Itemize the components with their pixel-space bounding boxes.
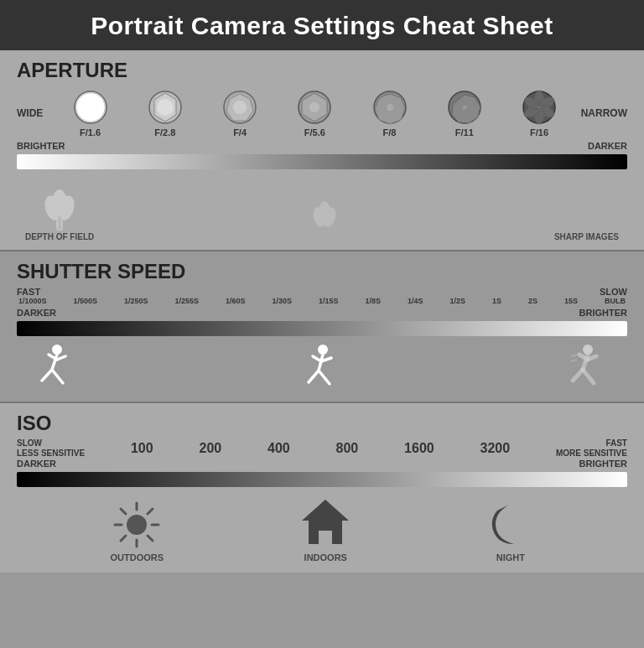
svg-line-60	[121, 509, 126, 514]
svg-point-41	[318, 345, 328, 355]
dof-item-left: DEPTH OF FIELD	[25, 176, 94, 241]
aperture-item-5: F/11	[446, 89, 483, 137]
iso-1600: 1600	[404, 441, 434, 456]
iso-400: 400	[267, 441, 290, 456]
indoors-label: INDOORS	[304, 552, 347, 562]
speed-val-9: 1/2S	[449, 297, 465, 305]
speed-val-11: 2S	[528, 297, 538, 305]
aperture-icons: F/1.6 F/2.8	[49, 89, 581, 137]
shutter-darker-label: DARKER	[17, 308, 56, 318]
svg-rect-31	[584, 214, 588, 229]
svg-line-54	[570, 360, 577, 361]
main-container: Portrait Camera Settings Cheat Sheet APE…	[0, 0, 644, 648]
shutter-bar-labels: DARKER BRIGHTER	[17, 308, 627, 318]
iso-icon-row: OUTDOORS INDOORS NIGHT	[17, 490, 627, 566]
speed-val-3: 1/255S	[175, 297, 200, 305]
night-item: NIGHT	[487, 495, 533, 562]
svg-rect-66	[319, 531, 332, 544]
aperture-item-4: F/8	[371, 89, 408, 137]
svg-line-38	[52, 370, 63, 383]
svg-line-63	[121, 536, 126, 541]
indoors-item: INDOORS	[300, 495, 351, 562]
aperture-val-0: F/1.6	[80, 127, 101, 137]
svg-line-49	[573, 370, 583, 381]
svg-point-30	[319, 201, 330, 223]
shutter-title: SHUTTER SPEED	[17, 260, 627, 283]
svg-line-61	[148, 536, 153, 541]
speed-val-2: 1/250S	[124, 297, 148, 305]
outdoors-item: OUTDOORS	[111, 500, 164, 562]
svg-line-37	[42, 370, 52, 381]
iso-slow-label: SLOW LESS SENSITIVE	[17, 438, 85, 459]
speed-val-12: 15S	[564, 297, 578, 305]
aperture-item-0: F/1.6	[72, 89, 109, 137]
fast-slow-labels: FAST SLOW	[17, 287, 627, 297]
aperture-item-1: F/2.8	[147, 89, 184, 137]
svg-point-35	[52, 345, 62, 355]
shutter-gradient-bar	[17, 321, 627, 336]
runner-row	[17, 340, 627, 395]
aperture-item-3: F/5.6	[296, 89, 333, 137]
speed-val-0: 1/1000S	[18, 297, 47, 305]
shutter-brighter-label: BRIGHTER	[579, 308, 627, 318]
iso-brighter-label: BRIGHTER	[579, 459, 627, 469]
iso-bar-labels: DARKER BRIGHTER	[17, 459, 627, 469]
svg-rect-26	[58, 216, 61, 230]
svg-line-50	[583, 370, 594, 383]
svg-rect-27	[323, 226, 326, 239]
svg-point-7	[233, 101, 247, 114]
narrow-label: NARROW	[581, 107, 627, 119]
aperture-gradient-bar	[17, 154, 627, 169]
aperture-brighter-label: BRIGHTER	[17, 141, 65, 151]
iso-fast-label: FAST MORE SENSITIVE	[556, 438, 627, 459]
svg-line-44	[319, 371, 330, 384]
svg-marker-64	[302, 500, 349, 521]
outdoors-label: OUTDOORS	[111, 552, 164, 562]
aperture-section: APERTURE WIDE F/1.6	[0, 50, 644, 251]
title-bar: Portrait Camera Settings Cheat Sheet	[0, 0, 644, 50]
speed-val-4: 1/60S	[226, 297, 246, 305]
speed-val-13: BULB	[605, 297, 626, 305]
svg-point-13	[462, 106, 466, 110]
svg-point-34	[579, 189, 593, 212]
aperture-val-1: F/2.8	[154, 127, 175, 137]
aperture-item-6: F/16	[521, 89, 558, 137]
iso-800: 800	[336, 441, 359, 456]
aperture-val-4: F/8	[383, 127, 397, 137]
iso-100: 100	[131, 441, 153, 456]
svg-point-1	[76, 93, 105, 122]
dof-item-center	[308, 194, 341, 241]
iso-gradient-bar	[17, 472, 627, 487]
svg-line-46	[313, 356, 321, 361]
speed-val-7: 1/8S	[366, 297, 382, 305]
page-title: Portrait Camera Settings Cheat Sheet	[8, 12, 636, 40]
aperture-darker-label: DARKER	[588, 141, 627, 151]
aperture-icons-row: WIDE F/1.6 F/2.8	[17, 86, 627, 141]
speed-val-10: 1S	[492, 297, 501, 305]
svg-point-21	[538, 106, 541, 109]
aperture-bar-labels: BRIGHTER DARKER	[17, 141, 627, 151]
dof-item-right: SHARP IMAGES	[554, 180, 619, 241]
speed-val-8: 1/4S	[408, 297, 423, 305]
aperture-val-5: F/11	[455, 127, 474, 137]
svg-point-11	[387, 104, 393, 111]
svg-point-25	[52, 189, 67, 216]
svg-line-62	[148, 509, 153, 514]
slow-label: SLOW	[600, 287, 627, 297]
aperture-val-6: F/16	[530, 127, 548, 137]
aperture-title: APERTURE	[17, 59, 627, 82]
speed-val-1: 1/500S	[74, 297, 98, 305]
dof-left-label: DEPTH OF FIELD	[25, 232, 94, 241]
iso-darker-label: DARKER	[17, 459, 56, 469]
aperture-item-2: F/4	[221, 89, 258, 137]
iso-3200: 3200	[480, 441, 511, 456]
svg-line-43	[309, 371, 319, 382]
dof-row: DEPTH OF FIELD	[17, 173, 627, 243]
svg-line-53	[571, 355, 578, 356]
aperture-val-2: F/4	[233, 127, 247, 137]
fast-label: FAST	[17, 287, 40, 297]
iso-values-row: SLOW LESS SENSITIVE 100 200 400 800 1600…	[17, 438, 627, 459]
svg-point-9	[309, 102, 319, 112]
dof-right-label: SHARP IMAGES	[554, 232, 619, 241]
iso-200: 200	[200, 441, 222, 456]
